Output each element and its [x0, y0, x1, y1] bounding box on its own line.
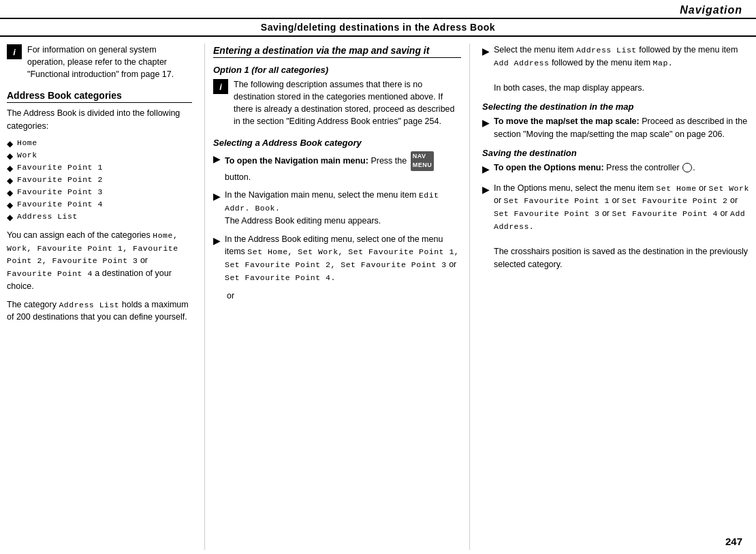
opt-or1: or	[697, 183, 709, 193]
list-item: ◆Favourite Point 4	[7, 200, 192, 210]
mid-info-box: i The following description assumes that…	[213, 78, 461, 128]
open-options-after: .	[693, 163, 695, 172]
arrow-icon: ▶	[482, 183, 490, 197]
address-book-categories-heading: Address Book categories	[7, 90, 192, 103]
select-step-after: In both cases, the map display appears.	[494, 83, 644, 93]
list-item: ◆Favourite Point 1	[7, 163, 192, 173]
info-icon: i	[7, 44, 22, 59]
list-item: ◆Favourite Point 2	[7, 175, 192, 185]
step-options-menu-select: ▶ In the Options menu, select the menu i…	[482, 182, 749, 271]
map-mono: Map.	[653, 59, 674, 67]
assign-text: You can assign each of the categories Ho…	[7, 229, 192, 293]
categories-list: ◆Home ◆Work ◆Favourite Point 1 ◆Favourit…	[7, 138, 192, 222]
header-navigation: Navigation	[0, 0, 756, 18]
arrow-icon: ▶	[482, 44, 490, 59]
opt-or3: or	[610, 196, 622, 205]
saving-dest-heading: Saving the destination	[482, 148, 749, 158]
arrow-icon: ▶	[482, 116, 490, 130]
controller-circle-icon	[682, 163, 692, 172]
left-info-text: For information on general system operat…	[27, 44, 192, 80]
list-item: ◆Address List	[7, 212, 192, 222]
move-map-bold-label: To move the map/set the map scale:	[494, 117, 640, 126]
arrow-icon: ▶	[213, 234, 221, 248]
selecting-address-book-category-heading: Selecting a Address Book category	[213, 138, 461, 148]
step-select-edit-addr-book: ▶ In the Navigation main menu, select th…	[213, 189, 461, 227]
add-address-mono: Add Address	[494, 59, 549, 67]
categories-intro: The Address Book is divided into the fol…	[7, 107, 192, 133]
open-options-text: Press the controller	[606, 163, 682, 172]
arrow-icon: ▶	[213, 152, 221, 166]
select-step-text1: Select the menu item	[494, 45, 576, 55]
open-options-bold: To open the Options menu:	[494, 163, 604, 172]
step3-mono2: Set Favourite Point 4.	[225, 273, 336, 282]
option1-heading: Option 1 (for all categories)	[213, 65, 461, 75]
or-text: or	[227, 290, 461, 303]
list-item: ◆Favourite Point 3	[7, 187, 192, 198]
step-select-address-list: ▶ Select the menu item Address List foll…	[482, 44, 749, 95]
select-step-text2: followed by the menu item	[637, 45, 738, 55]
page-number: 247	[725, 536, 742, 547]
step-open-options-menu: ▶ To open the Options menu: Press the co…	[482, 161, 749, 176]
nav-menu-button-icon: NAVMENU	[411, 151, 435, 171]
step-open-nav-menu: ▶ To open the Navigation main menu: Pres…	[213, 151, 461, 184]
mid-info-text: The following description assumes that t…	[234, 78, 461, 128]
select-step-text3: followed by the menu item	[549, 58, 652, 67]
options-after-text: The crosshairs position is saved as the …	[494, 247, 748, 269]
step3-or: or	[447, 260, 457, 269]
opt-or2: or	[494, 196, 504, 205]
step2-after: The Address Book editing menu appears.	[225, 216, 381, 226]
list-item: ◆Work	[7, 151, 192, 161]
step3-mono: Set Home, Set Work, Set Favourite Point …	[225, 247, 459, 269]
mid-info-icon: i	[213, 79, 228, 94]
list-item: ◆Home	[7, 138, 192, 149]
left-column: i For information on general system oper…	[7, 44, 198, 550]
header-subtitle: Saving/deleting destinations in the Adre…	[0, 18, 756, 37]
step1-bold-label: To open the Navigation main menu:	[225, 155, 368, 165]
left-info-box: i For information on general system oper…	[7, 44, 192, 80]
address-list-mono: Address List	[576, 46, 637, 55]
address-list-text: The category Address List holds a maximu…	[7, 298, 192, 324]
step2-text: In the Navigation main menu, select the …	[225, 190, 419, 200]
opt-or4: or	[728, 196, 738, 205]
arrow-icon: ▶	[213, 189, 221, 204]
arrow-icon: ▶	[482, 162, 490, 176]
opt-or6: or	[718, 209, 730, 218]
opt-or5: or	[599, 209, 612, 218]
options-menu-text1: In the Options menu, select the menu ite…	[494, 183, 656, 193]
right-column: ▶ Select the menu item Address List foll…	[477, 44, 749, 550]
mid-column: Entering a destination via the map and s…	[204, 44, 470, 550]
step1-text: Press the	[371, 155, 409, 165]
step-select-menu-item: ▶ In the Address Book editing menu, sele…	[213, 233, 461, 284]
step1-text-after: button.	[225, 172, 251, 182]
step-move-map: ▶ To move the map/set the map scale: Pro…	[482, 115, 749, 141]
selecting-dest-in-map-heading: Selecting the destination in the map	[482, 102, 749, 112]
entering-destination-heading: Entering a destination via the map and s…	[213, 45, 461, 58]
header-title: Navigation	[680, 4, 742, 16]
